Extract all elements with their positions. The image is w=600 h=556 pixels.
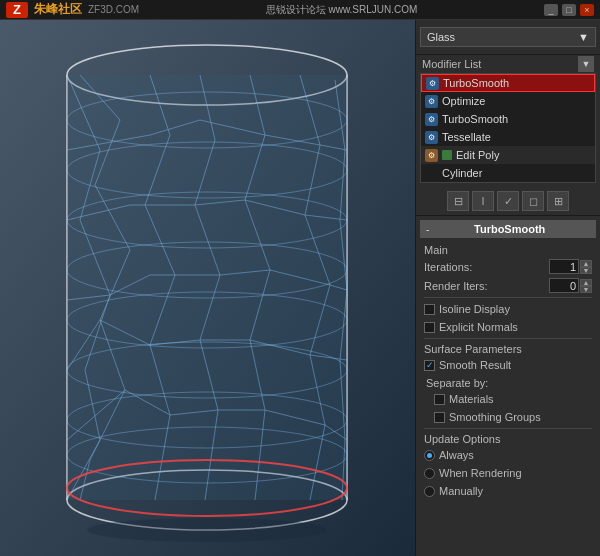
svg-rect-5 xyxy=(67,75,347,500)
when-rendering-row: When Rendering xyxy=(424,465,592,481)
modifier-toolbar: ⊟ I ✓ ◻ ⊞ xyxy=(416,187,600,216)
turbosmooth-panel-header[interactable]: - TurboSmooth xyxy=(420,220,596,238)
glass-label: Glass xyxy=(427,31,455,43)
explicit-normals-row: Explicit Normals xyxy=(424,319,592,335)
render-iters-row: Render Iters: ▲ ▼ xyxy=(424,277,592,294)
render-iters-spin: ▲ ▼ xyxy=(580,279,592,293)
smoothing-groups-checkbox[interactable] xyxy=(434,412,445,423)
always-row: Always xyxy=(424,447,592,463)
glass-dropdown-arrow: ▼ xyxy=(578,31,589,43)
smoothing-groups-label: Smoothing Groups xyxy=(449,411,541,423)
right-panel: Glass ▼ Modifier List ▼ ⚙ TurboSmooth ⚙ … xyxy=(415,20,600,556)
iterations-label: Iterations: xyxy=(424,261,472,273)
explicit-normals-label: Explicit Normals xyxy=(439,321,518,333)
modifier-item-turbosmooth1[interactable]: ⚙ TurboSmooth xyxy=(421,74,595,92)
modifier-item-turbosmooth2[interactable]: ⚙ TurboSmooth xyxy=(421,110,595,128)
explicit-normals-checkbox[interactable] xyxy=(424,322,435,333)
always-radio[interactable] xyxy=(424,450,435,461)
maximize-button[interactable]: □ xyxy=(562,4,576,16)
modifier-list-label: Modifier List xyxy=(422,58,481,70)
toolbar-icon-4[interactable]: ◻ xyxy=(522,191,544,211)
glass-section: Glass ▼ xyxy=(416,20,600,55)
mod-icon-tessellate: ⚙ xyxy=(425,131,438,144)
always-label: Always xyxy=(439,449,474,461)
svg-point-86 xyxy=(87,518,327,542)
manually-radio[interactable] xyxy=(424,486,435,497)
modifier-label-tessellate: Tessellate xyxy=(442,131,491,143)
isoline-row: Isoline Display xyxy=(424,301,592,317)
modifier-item-editpoly[interactable]: ⚙ Edit Poly xyxy=(421,146,595,164)
window-controls: _ □ × xyxy=(544,4,594,16)
toolbar-icon-3[interactable]: ✓ xyxy=(497,191,519,211)
mod-icon-turbosmooth1: ⚙ xyxy=(426,77,439,90)
smooth-result-row: Smooth Result xyxy=(424,357,592,373)
modifier-item-optimize[interactable]: ⚙ Optimize xyxy=(421,92,595,110)
render-iters-up[interactable]: ▲ xyxy=(580,279,592,286)
isoline-checkbox[interactable] xyxy=(424,304,435,315)
modifier-item-tessellate[interactable]: ⚙ Tessellate xyxy=(421,128,595,146)
modifier-items-list: ⚙ TurboSmooth ⚙ Optimize ⚙ TurboSmooth ⚙… xyxy=(420,73,596,183)
materials-label: Materials xyxy=(449,393,494,405)
toolbar-icon-5[interactable]: ⊞ xyxy=(547,191,569,211)
mod-icon-editpoly: ⚙ xyxy=(425,149,438,162)
render-iters-down[interactable]: ▼ xyxy=(580,286,592,293)
modifier-item-cylinder[interactable]: Cylinder xyxy=(421,164,595,182)
separate-by-label: Separate by: xyxy=(426,377,592,389)
minimize-button[interactable]: _ xyxy=(544,4,558,16)
modifier-list-dropdown-arrow[interactable]: ▼ xyxy=(578,56,594,72)
iterations-spin: ▲ ▼ xyxy=(580,260,592,274)
modifier-list-header: Modifier List ▼ xyxy=(416,55,600,73)
divider-3 xyxy=(424,428,592,429)
materials-row: Materials xyxy=(434,391,592,407)
smoothing-groups-row: Smoothing Groups xyxy=(434,409,592,425)
manually-row: Manually xyxy=(424,483,592,499)
main-content: Perspective xyxy=(0,20,600,556)
iterations-row: Iterations: ▲ ▼ xyxy=(424,258,592,275)
modifier-label-turbosmooth1: TurboSmooth xyxy=(443,77,509,89)
viewport-3d: Perspective xyxy=(0,20,415,556)
modifier-label-turbosmooth2: TurboSmooth xyxy=(442,113,508,125)
toolbar-icon-2[interactable]: I xyxy=(472,191,494,211)
logo-z: Z xyxy=(6,2,28,18)
iterations-field[interactable] xyxy=(549,259,579,274)
toolbar-icon-1[interactable]: ⊟ xyxy=(447,191,469,211)
when-rendering-label: When Rendering xyxy=(439,467,522,479)
ts-title: TurboSmooth xyxy=(429,223,590,235)
smooth-result-checkbox[interactable] xyxy=(424,360,435,371)
divider-2 xyxy=(424,338,592,339)
isoline-label: Isoline Display xyxy=(439,303,510,315)
modifier-label-optimize: Optimize xyxy=(442,95,485,107)
main-section-label: Main xyxy=(424,244,592,256)
close-button[interactable]: × xyxy=(580,4,594,16)
mod-icon-optimize: ⚙ xyxy=(425,95,438,108)
top-bar: Z 朱峰社区 ZF3D.COM 思锐设计论坛 www.SRLJUN.COM _ … xyxy=(0,0,600,20)
turbosmooth-panel-body: Main Iterations: ▲ ▼ Render Iters: xyxy=(416,240,600,507)
iterations-up[interactable]: ▲ xyxy=(580,260,592,267)
editpoly-checkbox[interactable] xyxy=(442,150,452,160)
render-iters-field[interactable] xyxy=(549,278,579,293)
materials-checkbox[interactable] xyxy=(434,394,445,405)
iterations-input-group: ▲ ▼ xyxy=(549,259,592,274)
site-url: ZF3D.COM xyxy=(88,4,139,15)
site-name: 朱峰社区 xyxy=(34,1,82,18)
top-bar-left: Z 朱峰社区 ZF3D.COM xyxy=(6,1,139,18)
mod-icon-turbosmooth2: ⚙ xyxy=(425,113,438,126)
glass-dropdown[interactable]: Glass ▼ xyxy=(420,27,596,47)
manually-label: Manually xyxy=(439,485,483,497)
forum-info: 思锐设计论坛 www.SRLJUN.COM xyxy=(266,3,418,17)
when-rendering-radio[interactable] xyxy=(424,468,435,479)
render-iters-label: Render Iters: xyxy=(424,280,488,292)
update-options-label: Update Options xyxy=(424,433,592,445)
modifier-label-cylinder: Cylinder xyxy=(442,167,482,179)
smooth-result-label: Smooth Result xyxy=(439,359,511,371)
divider-1 xyxy=(424,297,592,298)
render-iters-input-group: ▲ ▼ xyxy=(549,278,592,293)
iterations-down[interactable]: ▼ xyxy=(580,267,592,274)
modifier-label-editpoly: Edit Poly xyxy=(456,149,499,161)
wireframe-svg xyxy=(0,20,415,556)
surface-params-label: Surface Parameters xyxy=(424,343,592,355)
viewport: Perspective xyxy=(0,20,415,556)
